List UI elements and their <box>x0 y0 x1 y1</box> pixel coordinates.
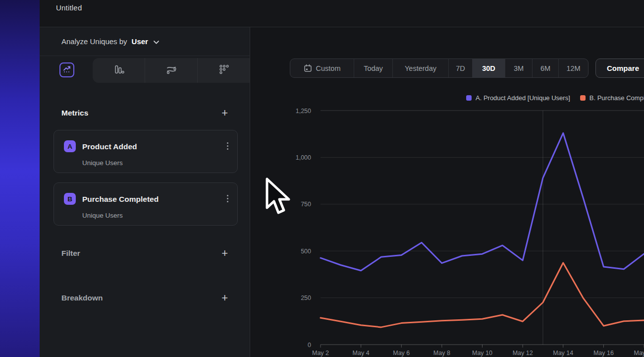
x-axis-label: May 18 <box>634 350 644 357</box>
x-axis-label: May 10 <box>472 350 492 357</box>
tab-grid-dots[interactable] <box>197 58 250 83</box>
x-axis-label: May 12 <box>513 350 533 357</box>
x-axis-label: May 2 <box>312 350 329 357</box>
metric-name: Product Added <box>82 142 137 151</box>
metric-options-icon[interactable] <box>227 142 228 150</box>
analyze-by-value-dropdown[interactable]: User <box>132 37 148 46</box>
metric-measure[interactable]: Unique Users <box>82 159 123 167</box>
app-window: Untitled Analyze Uniques by User <box>0 0 644 357</box>
line-chart-icon <box>62 64 71 75</box>
bar-chart-icon <box>113 64 124 77</box>
y-axis-label: 1,250 <box>296 108 311 115</box>
flows-icon <box>165 64 177 77</box>
metric-options-icon[interactable] <box>227 195 228 202</box>
chart-panel: CustomTodayYesterday7D30D3M6M12M Compare… <box>250 27 644 357</box>
line-chart[interactable]: 02505007501,0001,250May 2May 4May 6May 8… <box>250 27 644 357</box>
x-axis-label: May 8 <box>433 350 450 357</box>
background-gradient-strip <box>0 0 40 357</box>
tab-bar-chart[interactable] <box>93 58 145 83</box>
chart-type-tabs <box>40 56 250 85</box>
metric-badge-b: B <box>64 193 76 205</box>
query-sidebar: Analyze Uniques by User <box>40 27 250 357</box>
chart-type-tab-group <box>93 58 250 83</box>
breakdown-heading: Breakdown <box>61 294 103 302</box>
metric-card-b[interactable]: B Purchase Completed Unique Users <box>54 182 238 226</box>
top-bar: Untitled <box>40 0 644 27</box>
chevron-down-icon[interactable] <box>154 37 159 46</box>
metric-name: Purchase Completed <box>82 195 159 204</box>
add-metric-button[interactable]: + <box>221 108 228 118</box>
x-axis-label: May 4 <box>353 350 370 357</box>
filter-section-header: Filter + <box>40 246 250 261</box>
y-axis-label: 1,000 <box>296 154 311 161</box>
document-title[interactable]: Untitled <box>56 3 82 12</box>
breakdown-section-header: Breakdown + <box>40 291 250 305</box>
grid-dots-icon <box>218 64 229 77</box>
tab-flows[interactable] <box>145 58 197 83</box>
add-breakdown-button[interactable]: + <box>221 293 228 303</box>
y-axis-label: 750 <box>301 201 311 208</box>
metric-measure[interactable]: Unique Users <box>82 212 123 219</box>
y-axis-label: 500 <box>301 248 311 255</box>
tab-line-chart[interactable] <box>59 62 74 77</box>
metric-badge-a: A <box>64 140 76 152</box>
x-axis-label: May 16 <box>593 350 614 357</box>
analyze-by-label: Analyze Uniques by <box>61 37 127 46</box>
series-line[interactable] <box>321 133 644 271</box>
x-axis-label: May 6 <box>393 350 410 357</box>
add-filter-button[interactable]: + <box>221 248 228 258</box>
analyze-by-row: Analyze Uniques by User <box>40 27 250 56</box>
y-axis-label: 0 <box>308 342 311 349</box>
y-axis-label: 250 <box>301 295 311 301</box>
series-line[interactable] <box>321 263 644 327</box>
metrics-heading: Metrics <box>61 109 88 118</box>
metrics-section-header: Metrics + <box>40 106 250 120</box>
x-axis-label: May 14 <box>553 350 573 357</box>
metric-card-a[interactable]: A Product Added Unique Users <box>54 130 238 173</box>
filter-heading: Filter <box>61 249 80 258</box>
